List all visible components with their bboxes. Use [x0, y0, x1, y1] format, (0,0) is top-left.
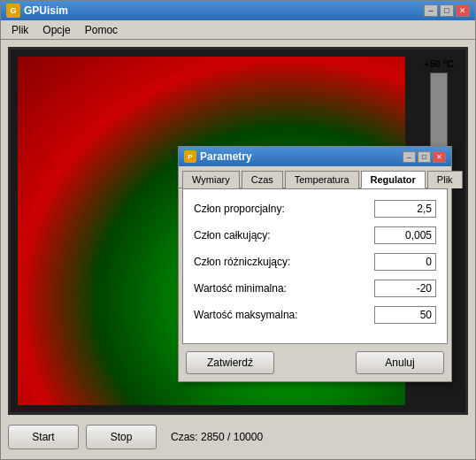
field-proporcjalny: Człon proporcjalny: [194, 200, 436, 218]
input-rozniczkujacy[interactable] [374, 253, 436, 271]
input-wartosc-min[interactable] [374, 280, 436, 297]
label-proporcjalny: Człon proporcjalny: [194, 203, 374, 215]
label-wartosc-max: Wartość maksymalna: [194, 309, 374, 321]
tab-temperatura[interactable]: Temperatura [285, 171, 359, 188]
dialog-icon: P [184, 150, 196, 163]
menu-item-opcje[interactable]: Opcje [35, 22, 77, 38]
tab-plik[interactable]: Plik [427, 171, 463, 188]
tab-regulator[interactable]: Regulator [361, 171, 426, 188]
menu-item-plik[interactable]: Plik [4, 22, 35, 38]
dialog-maximize-button[interactable]: □ [418, 151, 431, 163]
field-wartosc-min: Wartość minimalna: [194, 280, 436, 297]
dialog-title: Parametry [200, 150, 403, 163]
main-window-title: GPUisim [24, 4, 424, 17]
menu-bar: Plik Opcje Pomoc [1, 20, 475, 40]
dialog-footer: Zatwierdź Anuluj [179, 344, 451, 381]
dialog-content: Człon proporcjalny: Człon całkujący: Czł… [182, 188, 448, 344]
main-maximize-button[interactable]: □ [440, 4, 454, 17]
main-window: G GPUisim – □ ✕ Plik Opcje Pomoc +50 °C [0, 0, 476, 460]
tab-czas[interactable]: Czas [242, 171, 283, 188]
main-window-icon: G [6, 4, 20, 18]
field-calkujacy: Człon całkujący: [194, 226, 436, 244]
label-rozniczkujacy: Człon różniczkujący: [194, 256, 374, 268]
input-proporcjalny[interactable] [374, 200, 436, 218]
menu-item-pomoc[interactable]: Pomoc [78, 22, 125, 38]
parametry-dialog: P Parametry – □ ✕ Wymiary Czas Temperatu… [178, 146, 452, 382]
main-content: +50 °C Start Stop Czas: 2850 / 10000 P P… [1, 40, 475, 459]
main-close-button[interactable]: ✕ [456, 4, 470, 17]
dialog-title-bar: P Parametry – □ ✕ [179, 147, 451, 166]
label-calkujacy: Człon całkujący: [194, 229, 374, 242]
main-minimize-button[interactable]: – [424, 4, 438, 17]
main-title-bar: G GPUisim – □ ✕ [1, 1, 475, 20]
confirm-button[interactable]: Zatwierdź [186, 351, 274, 374]
dialog-tabs: Wymiary Czas Temperatura Regulator Plik [179, 166, 451, 188]
dialog-minimize-button[interactable]: – [403, 151, 416, 163]
input-calkujacy[interactable] [374, 226, 436, 244]
dialog-controls: – □ ✕ [403, 151, 446, 163]
input-wartosc-max[interactable] [374, 306, 436, 324]
label-wartosc-min: Wartość minimalna: [194, 282, 374, 295]
main-window-controls: – □ ✕ [424, 4, 470, 17]
dialog-close-button[interactable]: ✕ [433, 151, 446, 163]
cancel-button[interactable]: Anuluj [356, 351, 444, 374]
field-rozniczkujacy: Człon różniczkujący: [194, 253, 436, 271]
dialog-overlay: P Parametry – □ ✕ Wymiary Czas Temperatu… [1, 40, 475, 459]
field-wartosc-max: Wartość maksymalna: [194, 306, 436, 324]
tab-wymiary[interactable]: Wymiary [182, 171, 240, 188]
